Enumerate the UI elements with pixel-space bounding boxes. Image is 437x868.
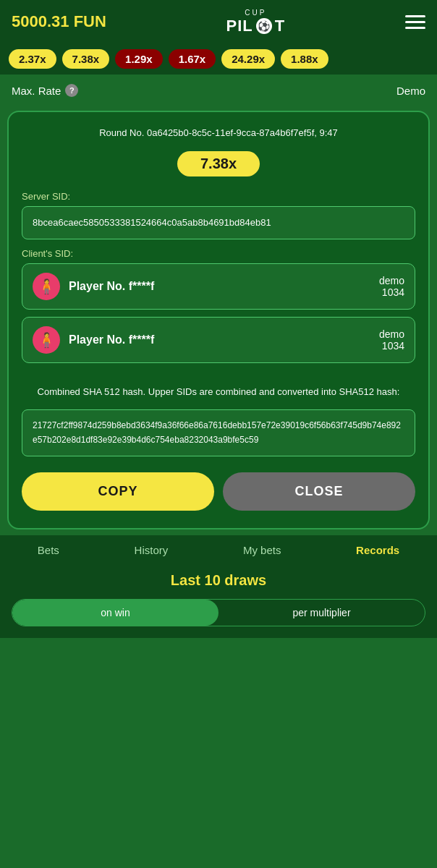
- draws-title: Last 10 draws: [12, 572, 425, 589]
- close-button[interactable]: CLOSE: [223, 472, 415, 511]
- player-name-0: Player No. f****f: [69, 280, 154, 293]
- hamburger-line3: [405, 27, 425, 29]
- player-right-0: demo 1034: [379, 275, 404, 298]
- chip-5[interactable]: 1.88x: [281, 49, 328, 69]
- round-title: Round No. 0a6425b0-8c5c-11ef-9cca-87a4b6…: [22, 127, 415, 140]
- nav-history[interactable]: History: [135, 544, 169, 556]
- info-icon[interactable]: ?: [65, 84, 78, 97]
- logo-pilot-label: PIL: [226, 17, 253, 35]
- player-left-1: 🧍 Player No. f****f: [33, 326, 154, 354]
- nav-my-bets[interactable]: My bets: [243, 544, 281, 556]
- player-info-line1-0: demo: [379, 275, 404, 286]
- logo-pilot-label2: T: [275, 17, 285, 35]
- player-row-1: 🧍 Player No. f****f demo 1034: [22, 317, 415, 363]
- player-info-line2-1: 1034: [379, 340, 404, 352]
- player-icon-0: 🧍: [33, 273, 60, 300]
- demo-label: Demo: [396, 85, 425, 97]
- copy-button[interactable]: COPY: [22, 472, 214, 511]
- hash-description: Combined SHA 512 hash. Upper SIDs are co…: [22, 385, 415, 400]
- server-sid-label: Server SID:: [22, 191, 415, 202]
- nav-bets[interactable]: Bets: [38, 544, 59, 556]
- multiplier-badge: 7.38x: [177, 151, 260, 176]
- player-name-1: Player No. f****f: [69, 333, 154, 346]
- logo-ball-icon: ⚽: [256, 18, 272, 34]
- logo-pilot-text: PIL ⚽ T: [226, 17, 286, 35]
- bottom-nav: Bets History My bets Records: [0, 535, 437, 565]
- player-info-line2-0: 1034: [379, 286, 404, 298]
- spacer: [22, 370, 415, 385]
- hash-value: 21727cf2ff9874d259b8ebd3634f9a36f66e86a7…: [22, 409, 415, 456]
- player-right-1: demo 1034: [379, 328, 404, 352]
- action-buttons: COPY CLOSE: [22, 472, 415, 511]
- logo: CUP PIL ⚽ T: [226, 9, 286, 35]
- player-row-0: 🧍 Player No. f****f demo 1034: [22, 263, 415, 310]
- chip-0[interactable]: 2.37x: [9, 49, 56, 69]
- chip-4[interactable]: 24.29x: [221, 49, 275, 69]
- server-sid-value: 8bcea6caec5850533381524664c0a5ab8b4691bd…: [22, 206, 415, 239]
- logo-cup-text: CUP: [245, 9, 266, 17]
- player-icon-1: 🧍: [33, 326, 60, 354]
- draws-toggle: on win per multiplier: [12, 599, 425, 626]
- balance-display: 5000.31 FUN: [12, 12, 106, 31]
- chips-row: 2.37x 7.38x 1.29x 1.67x 24.29x 1.88x: [0, 43, 437, 75]
- nav-records[interactable]: Records: [356, 544, 399, 556]
- client-sid-section: Client's SID: 🧍 Player No. f****f demo 1…: [22, 248, 415, 363]
- player-info-line1-1: demo: [379, 328, 404, 340]
- max-rate-label: Max. Rate: [12, 85, 61, 97]
- modal-overlay: Round No. 0a6425b0-8c5c-11ef-9cca-87a4b6…: [7, 111, 430, 529]
- player-left-0: 🧍 Player No. f****f: [33, 273, 154, 300]
- toggle-per-multiplier[interactable]: per multiplier: [218, 600, 425, 626]
- draws-section: Last 10 draws on win per multiplier: [0, 565, 437, 638]
- clients-sid-label: Client's SID:: [22, 248, 415, 259]
- topbar-left: Max. Rate ?: [12, 84, 78, 97]
- header: 5000.31 FUN CUP PIL ⚽ T: [0, 0, 437, 43]
- hamburger-line1: [405, 15, 425, 17]
- topbar: Max. Rate ? Demo: [0, 75, 437, 106]
- hamburger-line2: [405, 21, 425, 23]
- chip-3[interactable]: 1.67x: [169, 49, 216, 69]
- toggle-on-win[interactable]: on win: [12, 600, 218, 626]
- menu-button[interactable]: [405, 15, 425, 29]
- chip-2[interactable]: 1.29x: [115, 49, 163, 69]
- chip-1[interactable]: 7.38x: [62, 49, 110, 69]
